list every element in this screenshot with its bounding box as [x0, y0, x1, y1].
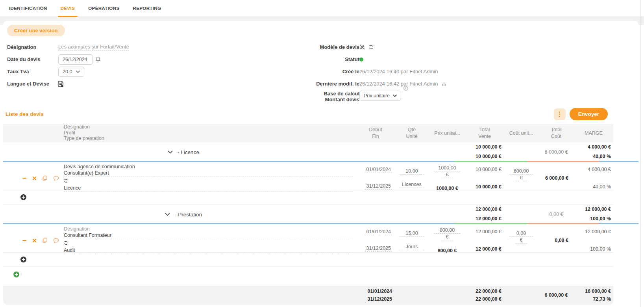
group-total-vente-bold: 12 000,00 €: [476, 216, 502, 221]
kebab-icon: [559, 116, 560, 117]
prix-unitaire-input[interactable]: 1000,00: [434, 165, 460, 171]
add-group-icon[interactable]: [13, 272, 19, 277]
date-devis-input[interactable]: 26/12/2024: [58, 54, 93, 65]
qte-input[interactable]: 15,00: [400, 231, 424, 237]
tab-operations[interactable]: OPÉRATIONS: [81, 0, 126, 17]
base-calcul-select[interactable]: Prix unitaire: [359, 91, 401, 101]
info-icon[interactable]: [403, 86, 408, 91]
prix-unitaire-input-devise[interactable]: €: [441, 234, 453, 240]
col-total-vente[interactable]: Total: [479, 127, 490, 132]
tab-reporting[interactable]: REPORTING: [126, 0, 168, 17]
more-actions-button[interactable]: [554, 108, 566, 120]
cout-unitaire-input[interactable]: 600,00: [509, 168, 533, 175]
base-calcul-value: Prix unitaire: [364, 93, 390, 99]
duplicate-line-icon[interactable]: [42, 238, 48, 243]
duplicate-line-icon[interactable]: [42, 175, 48, 181]
remove-line-icon[interactable]: [22, 176, 27, 180]
create-version-button[interactable]: Créer une version: [7, 25, 65, 36]
add-line-icon[interactable]: [20, 194, 26, 200]
refresh-icon[interactable]: [368, 45, 374, 50]
footer-total-cout: 6 000,00 €: [544, 292, 568, 298]
date-fin-input[interactable]: 31/12/2025: [365, 183, 392, 190]
prix-unitaire-input-devise[interactable]: €: [441, 172, 453, 178]
col-unite[interactable]: Unité: [406, 134, 417, 139]
statut-label: Statut: [309, 56, 359, 62]
taux-tva-value: 20.0: [63, 69, 72, 74]
refresh-icon[interactable]: [64, 179, 68, 183]
unite-input[interactable]: Jours: [400, 244, 424, 250]
cout-unitaire-input-devise[interactable]: €: [516, 237, 527, 244]
chevron-down-icon[interactable]: [165, 213, 170, 216]
col-fin[interactable]: Fin: [372, 134, 379, 139]
col-total-vente[interactable]: Vente: [478, 134, 491, 139]
line-designation-input[interactable]: Désignation: [64, 226, 353, 232]
cree-le-value: 26/12/2024 16:40 par Fitnet Admin: [359, 69, 438, 74]
col-qte[interactable]: Qté: [408, 127, 416, 132]
group-row-licence[interactable]: - Licence 10 000,00 € 10 000,00 € 6 000,…: [3, 142, 613, 162]
chevron-down-icon[interactable]: [168, 151, 173, 154]
chevron-down-icon: [393, 95, 397, 97]
scrollbar-track[interactable]: [640, 0, 640, 307]
col-designation[interactable]: Désignation: [64, 125, 90, 130]
edit-off-icon[interactable]: [359, 44, 365, 50]
history-stats-icon[interactable]: [442, 82, 446, 86]
modele-devis-label: Modèle de devis: [309, 44, 359, 50]
total-vente-bold: 10 000,00 €: [476, 184, 502, 190]
unite-input[interactable]: Licences: [400, 182, 424, 188]
group-marge-amount: 4 000,00 €: [588, 144, 611, 150]
date-debut-input[interactable]: 01/01/2024: [365, 229, 392, 235]
envoyer-label: Envoyer: [578, 111, 599, 117]
cout-unitaire-input-devise[interactable]: €: [516, 175, 527, 181]
line-type-input[interactable]: Licence: [64, 185, 353, 192]
prix-unitaire-input[interactable]: 800,00: [434, 227, 460, 234]
col-type-prestation[interactable]: Type de prestation: [64, 136, 104, 141]
footer-marge-amount: 16 000,00 €: [585, 288, 611, 294]
devis-table: Désignation Profil Type de prestation Dé…: [3, 124, 613, 305]
modif-le-value: 26/12/2024 16:42 par Fitnet Admin: [359, 81, 438, 87]
tab-devis[interactable]: DEVIS: [54, 0, 82, 17]
devis-panel: Créer une version Désignation Les acompt…: [3, 21, 638, 307]
delete-line-icon[interactable]: [32, 238, 37, 243]
kebab-icon: [559, 112, 560, 113]
line-designation-input[interactable]: Devis agence de communication: [64, 164, 353, 170]
date-debut-input[interactable]: 01/01/2024: [365, 167, 392, 173]
taux-tva-select[interactable]: 20.0: [58, 67, 84, 77]
col-debut[interactable]: Début: [369, 127, 382, 132]
tab-identification-label: IDENTIFICATION: [9, 6, 47, 11]
line-profil-input[interactable]: Consultant(e) Expert: [64, 170, 353, 177]
line-profil-input[interactable]: Consultant Formateur: [64, 232, 353, 239]
group-row-prestation[interactable]: - Prestation 12 000,00 € 12 000,00 € 0,0…: [3, 205, 613, 224]
remove-line-icon[interactable]: [22, 238, 27, 243]
date-devis-label: Date du devis: [7, 56, 58, 62]
tab-reporting-label: REPORTING: [133, 6, 161, 11]
refresh-icon[interactable]: [64, 241, 68, 245]
designation-input[interactable]: Les acomptes sur Forfait/Vente: [58, 44, 129, 51]
group-total-vente: 10 000,00 €: [476, 144, 502, 150]
chevron-down-icon: [76, 71, 80, 73]
tab-identification[interactable]: IDENTIFICATION: [2, 0, 54, 17]
col-cout-unitaire[interactable]: Coût unit...: [509, 130, 533, 136]
envoyer-button[interactable]: Envoyer: [570, 108, 608, 120]
col-profil[interactable]: Profil: [64, 130, 75, 136]
group-total-cout: 6 000,00 €: [544, 149, 568, 155]
total-vente-bold: 12 000,00 €: [476, 246, 502, 252]
col-total-cout[interactable]: Coût: [551, 134, 561, 139]
col-prix-unitaire[interactable]: Prix unitai...: [434, 130, 460, 136]
modif-le-label: Dernière modif. le: [309, 81, 359, 87]
date-fin-input[interactable]: 31/12/2025: [365, 246, 392, 252]
line-type-input[interactable]: Audit: [64, 247, 353, 254]
col-marge[interactable]: MARGE: [585, 130, 603, 136]
cout-unitaire-input[interactable]: 0,00: [509, 231, 533, 237]
table-row: Devis agence de communication Consultant…: [3, 162, 613, 190]
bell-icon[interactable]: [95, 56, 101, 62]
comment-icon[interactable]: [53, 176, 59, 181]
add-group-row: [3, 267, 613, 282]
comment-icon[interactable]: [53, 238, 59, 243]
kebab-icon: [559, 113, 560, 115]
total-cout-value: 6 000,00 €: [545, 175, 572, 181]
delete-line-icon[interactable]: [32, 176, 37, 180]
qte-input[interactable]: 10,00: [400, 168, 424, 175]
document-language-icon[interactable]: [58, 81, 63, 87]
add-line-icon[interactable]: [20, 257, 26, 262]
col-total-cout[interactable]: Total: [551, 127, 561, 132]
